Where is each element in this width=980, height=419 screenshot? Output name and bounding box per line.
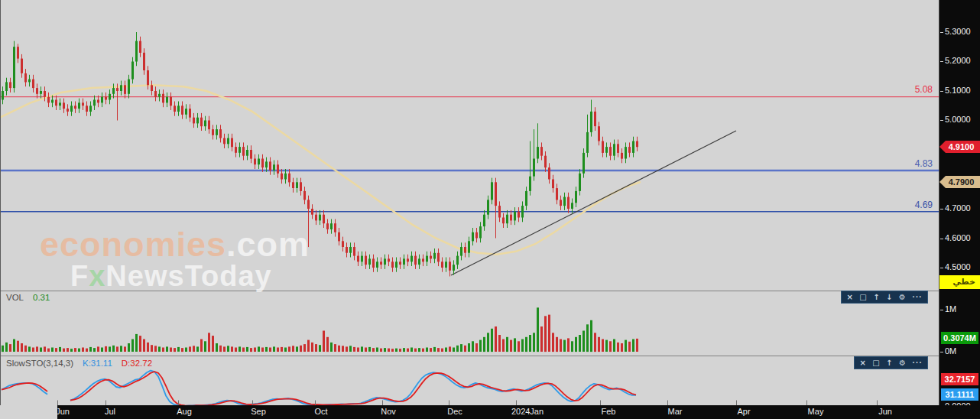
maximize-icon[interactable]: □: [858, 291, 868, 303]
settings-icon[interactable]: ⚙: [897, 291, 907, 303]
support-level-2-label: 4.69: [915, 200, 933, 210]
trading-chart-window: economies.com FxNewsToday 5.08 4.83 4.69…: [0, 0, 980, 419]
stochastic-panel-header: SlowSTO(3,14,3) K:31.11 D:32.72: [6, 359, 152, 368]
month-label: Jul: [105, 407, 115, 416]
current-volume-badge: 0.3074M: [941, 332, 978, 344]
month-label: May: [808, 407, 824, 416]
volume-tick: [940, 310, 943, 310]
month-label: Oct: [314, 407, 327, 416]
watermark-economies: economies.com: [40, 225, 310, 265]
price-tick: [940, 61, 943, 62]
settings-icon[interactable]: ⚙: [897, 357, 907, 369]
stochastic-d-line: [70, 372, 636, 405]
price-tick: [940, 120, 943, 121]
resistance-level-label: 5.08: [915, 84, 933, 95]
price-tick: [940, 32, 943, 33]
price-tick-label: 5.0000: [945, 115, 971, 124]
watermark-fxnewstoday: FxNewsToday: [70, 260, 272, 293]
month-label: 2024Jan: [511, 407, 544, 416]
price-tick: [940, 91, 943, 92]
volume-panel-toolbar: ×□↑↓⚙···: [841, 291, 928, 304]
chart-canvas[interactable]: [0, 0, 939, 405]
more-icon[interactable]: ···: [910, 357, 923, 369]
price-tick-label: 5.3000: [945, 27, 971, 36]
close-icon[interactable]: ×: [845, 291, 854, 303]
more-icon[interactable]: ···: [910, 291, 923, 303]
stochastic-k-value: K:31.11: [83, 359, 112, 368]
month-label: Dec: [447, 407, 462, 416]
chart-style-badge[interactable]: خطي: [939, 275, 980, 289]
last-price-badge: 4.9100: [939, 141, 980, 153]
stochastic-d-badge: 32.7157: [941, 373, 978, 385]
move-up-icon[interactable]: ↑: [884, 357, 894, 369]
month-label: Nov: [381, 407, 396, 416]
volume-tick-label: 1M: [945, 304, 956, 313]
volume-panel-header: VOL 0.31: [6, 293, 50, 302]
stochastic-indicator-title: SlowSTO(3,14,3): [6, 359, 73, 368]
price-tick-label: 5.2000: [945, 56, 971, 65]
stochastic-d-value: D:32.72: [122, 359, 152, 368]
volume-indicator-title: VOL: [6, 293, 24, 302]
trendline[interactable]: [451, 131, 736, 275]
month-label: Aug: [177, 407, 192, 416]
volume-current-value: 0.31: [33, 293, 50, 302]
stochastic-d-line: [2, 383, 47, 391]
month-label: Jun: [878, 407, 892, 416]
price-tick-label: 4.5000: [945, 262, 971, 271]
move-up-icon[interactable]: ↑: [871, 291, 881, 303]
month-label: Apr: [737, 407, 750, 416]
volume-tick: [940, 352, 943, 352]
stochastic-k-line: [2, 383, 47, 395]
moving-average-badge: 4.7900: [939, 176, 980, 188]
move-down-icon[interactable]: ↓: [884, 291, 894, 303]
time-axis[interactable]: JunJulAugSepOctNovDec2024JanFebMarAprMay…: [57, 405, 980, 419]
volume-series: [2, 307, 638, 352]
support-level-1-label: 4.83: [915, 158, 933, 169]
price-tick: [940, 209, 943, 210]
price-tick-label: 4.7000: [945, 203, 971, 213]
stochastic-k-badge: 31.1111: [941, 388, 978, 401]
volume-tick-label: 0M: [945, 346, 956, 356]
close-icon[interactable]: ×: [858, 357, 867, 369]
stochastic-panel-toolbar: ×□↑⚙···: [854, 356, 928, 369]
maximize-icon[interactable]: □: [871, 357, 881, 369]
price-tick-label: 4.6000: [945, 233, 971, 242]
price-tick: [940, 268, 943, 268]
month-label: Sep: [251, 407, 266, 416]
month-label: Mar: [668, 407, 683, 416]
price-tick: [940, 239, 943, 239]
stochastic-k-line: [70, 371, 636, 405]
month-label: Feb: [602, 407, 616, 416]
price-tick-label: 5.1000: [945, 86, 971, 95]
month-label: Jun: [57, 407, 70, 416]
price-axis[interactable]: 5.30005.20005.10005.00004.70004.60004.50…: [939, 0, 980, 419]
